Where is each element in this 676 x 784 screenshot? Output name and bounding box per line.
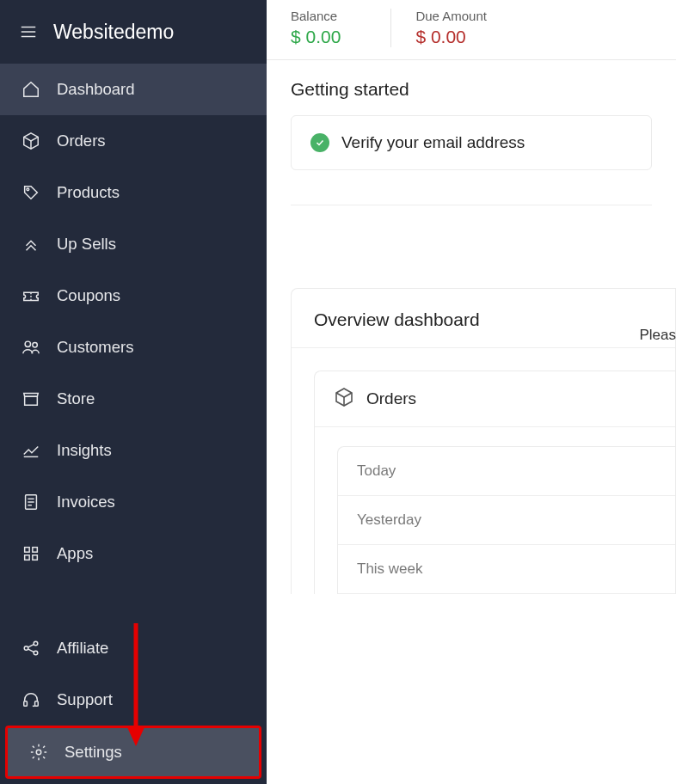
site-title: Websitedemo (53, 21, 174, 44)
svg-point-6 (25, 341, 30, 346)
getting-started-title: Getting started (291, 79, 652, 100)
sidebar-item-invoices[interactable]: Invoices (0, 476, 267, 528)
ticket-icon (21, 285, 41, 306)
package-icon (334, 387, 354, 411)
tag-icon (21, 182, 41, 203)
due-label: Due Amount (415, 9, 487, 23)
orders-period-this-week[interactable]: This week (338, 545, 675, 594)
svg-point-24 (36, 750, 41, 755)
orders-card: Orders Today Yesterday This week (314, 371, 675, 594)
sidebar-item-label: Affiliate (57, 639, 108, 658)
sidebar-item-label: Orders (57, 132, 106, 150)
sidebar-item-settings[interactable]: Settings (8, 728, 259, 776)
sidebar: Websitedemo Dashboard Orders Products Up… (0, 0, 267, 784)
sidebar-item-dashboard[interactable]: Dashboard (0, 64, 267, 115)
svg-rect-16 (33, 555, 38, 560)
sidebar-item-label: Customers (57, 338, 133, 357)
sidebar-item-affiliate[interactable]: Affiliate (0, 622, 267, 674)
svg-point-7 (33, 343, 38, 348)
overview-panel: Overview dashboard Orders Today Yesterda… (291, 288, 676, 594)
share-icon (21, 638, 41, 658)
divider (291, 205, 652, 205)
sidebar-item-label: Apps (57, 544, 93, 563)
truncated-please-text: Pleas (639, 327, 676, 344)
sidebar-item-customers[interactable]: Customers (0, 322, 267, 373)
due-cell: Due Amount $ 0.00 (390, 9, 511, 47)
balance-label: Balance (291, 9, 341, 23)
sidebar-item-label: Store (57, 389, 95, 408)
orders-period-today[interactable]: Today (338, 447, 675, 496)
chevrons-up-icon (21, 234, 41, 254)
balance-cell: Balance $ 0.00 (291, 9, 365, 47)
orders-periods-list: Today Yesterday This week (337, 446, 675, 594)
hamburger-menu-icon[interactable] (19, 22, 38, 41)
svg-rect-22 (24, 701, 28, 707)
document-icon (21, 492, 41, 512)
sidebar-item-label: Settings (65, 743, 122, 762)
main-content: Balance $ 0.00 Due Amount $ 0.00 Getting… (267, 0, 676, 784)
box-icon (21, 131, 41, 151)
sidebar-header: Websitedemo (0, 0, 267, 64)
orders-period-yesterday[interactable]: Yesterday (338, 496, 675, 545)
settings-highlight-annotation: Settings (5, 726, 261, 779)
svg-rect-14 (33, 548, 38, 553)
overview-title: Overview dashboard (292, 309, 675, 347)
sidebar-item-products[interactable]: Products (0, 167, 267, 218)
sidebar-spacer (0, 579, 267, 622)
balance-bar: Balance $ 0.00 Due Amount $ 0.00 (267, 0, 676, 60)
sidebar-item-support[interactable]: Support (0, 674, 267, 726)
svg-rect-15 (25, 555, 30, 560)
users-icon (21, 337, 41, 358)
sidebar-item-label: Up Sells (57, 235, 116, 254)
sidebar-item-label: Insights (57, 441, 112, 460)
store-icon (21, 389, 41, 409)
balance-value: $ 0.00 (291, 27, 341, 47)
sidebar-item-apps[interactable]: Apps (0, 528, 267, 579)
sidebar-item-label: Products (57, 183, 120, 202)
orders-card-title: Orders (366, 389, 416, 408)
sidebar-nav-main: Dashboard Orders Products Up Sells Coupo… (0, 64, 267, 579)
home-icon (21, 79, 41, 100)
getting-started-section: Getting started Verify your email addres… (267, 60, 676, 181)
sidebar-nav-bottom: Affiliate Support Settings (0, 622, 267, 784)
sidebar-item-insights[interactable]: Insights (0, 425, 267, 476)
svg-line-20 (28, 644, 34, 647)
svg-rect-13 (25, 548, 30, 553)
sidebar-item-label: Invoices (57, 493, 115, 511)
verify-email-text: Verify your email address (341, 133, 525, 152)
gear-icon (28, 742, 49, 763)
svg-rect-23 (35, 701, 39, 707)
verify-email-card[interactable]: Verify your email address (291, 115, 652, 170)
sidebar-item-coupons[interactable]: Coupons (0, 270, 267, 322)
sidebar-item-label: Dashboard (57, 80, 135, 99)
sidebar-item-orders[interactable]: Orders (0, 115, 267, 167)
grid-icon (21, 543, 41, 564)
sidebar-item-label: Support (57, 690, 113, 709)
orders-card-header: Orders (315, 371, 675, 427)
sidebar-item-upsells[interactable]: Up Sells (0, 218, 267, 270)
chart-line-icon (21, 440, 41, 461)
due-value: $ 0.00 (415, 27, 487, 47)
svg-line-21 (28, 649, 34, 652)
sidebar-item-label: Coupons (57, 286, 120, 305)
svg-point-4 (27, 188, 29, 191)
headset-icon (21, 689, 41, 710)
sidebar-item-store[interactable]: Store (0, 373, 267, 425)
check-circle-icon (310, 133, 329, 152)
